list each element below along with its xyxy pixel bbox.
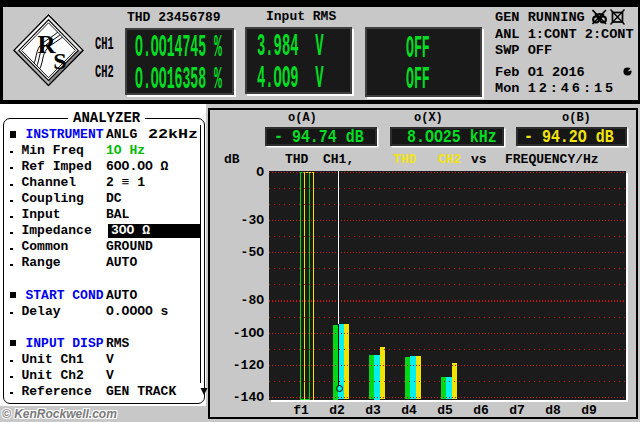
svg-text:S: S — [53, 48, 66, 74]
